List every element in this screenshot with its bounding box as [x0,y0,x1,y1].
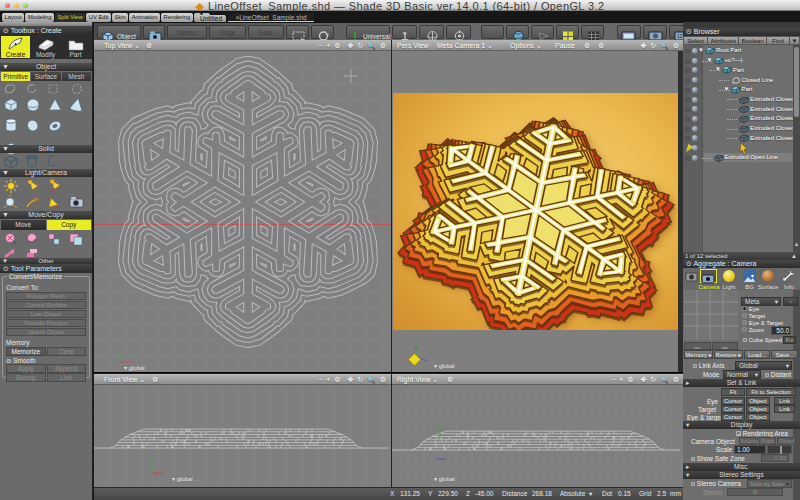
svg-text:Universal: Universal [363,33,391,40]
svg-text:M: M [403,31,406,36]
